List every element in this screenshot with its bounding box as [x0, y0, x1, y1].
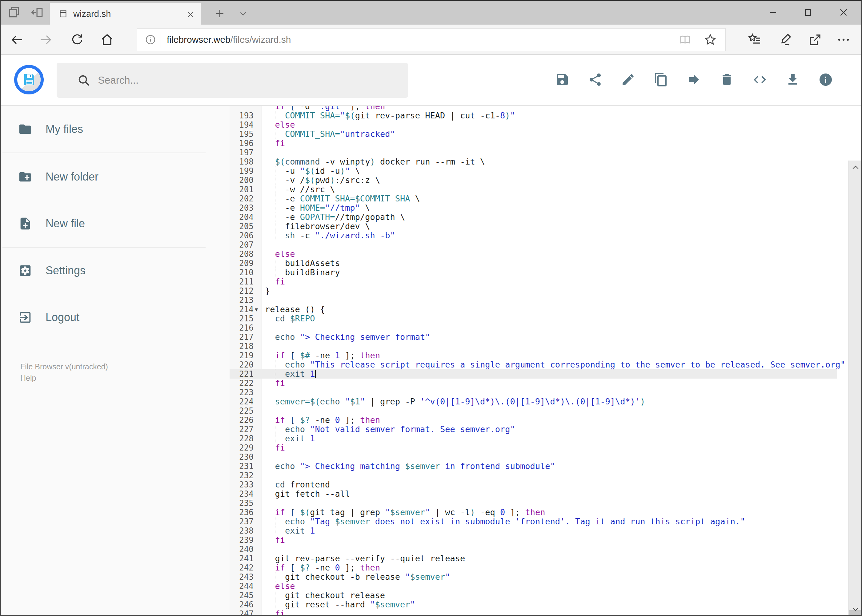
code-line[interactable]: git checkout -b release "$semver" [262, 572, 848, 581]
code-line[interactable]: fi [262, 609, 848, 616]
code-line[interactable] [262, 148, 848, 157]
sidebar-item-new-folder[interactable]: New folder [0, 162, 230, 192]
back-button[interactable] [8, 31, 25, 48]
forward-button[interactable] [37, 31, 55, 48]
code-line[interactable]: -v /$(pwd):/src:z \ [262, 176, 848, 185]
code-line[interactable]: echo "Tag $semver does not exist in subm… [262, 517, 848, 526]
code-line[interactable]: buildAssets [262, 259, 848, 268]
code-line[interactable] [262, 295, 848, 305]
code-line[interactable] [262, 240, 848, 250]
code-line[interactable]: echo "> Checking matching $semver in fro… [262, 462, 848, 471]
fold-marker-icon[interactable]: ▾ [255, 305, 258, 314]
settings-more-button[interactable] [835, 31, 852, 48]
code-line[interactable] [262, 453, 848, 462]
page-scrollbar[interactable] [848, 160, 862, 616]
code-line[interactable]: echo "This release script requires a sin… [262, 360, 848, 369]
url-input[interactable]: filebrowser.web/files/wizard.sh [167, 28, 291, 51]
tab-close-button[interactable] [184, 8, 197, 20]
address-bar[interactable]: filebrowser.web/files/wizard.sh [137, 28, 726, 51]
code-line[interactable]: if [ $# -ne 1 ]; then [262, 351, 848, 360]
code-line[interactable]: if [ $(git tag | grep "$semver" | wc -l)… [262, 508, 848, 517]
new-tab-button[interactable] [211, 5, 229, 22]
scroll-down-button[interactable] [851, 604, 860, 614]
code-line[interactable]: buildBinary [262, 268, 848, 277]
code-line[interactable]: COMMIT_SHA="$(git rev-parse HEAD | cut -… [262, 111, 848, 120]
code-line[interactable]: exit 1 [262, 369, 848, 379]
sidebar-item-settings[interactable]: Settings [0, 255, 230, 286]
reading-view-button[interactable] [678, 32, 693, 47]
sidebar-item-logout[interactable]: Logout [0, 302, 230, 333]
code-line[interactable]: exit 1 [262, 526, 848, 536]
copy-button[interactable] [654, 72, 668, 87]
sidebar-item-new-file[interactable]: New file [0, 208, 230, 239]
code-line[interactable]: fi [262, 379, 848, 388]
code-line[interactable]: -e COMMIT_SHA=$COMMIT_SHA \ [262, 194, 848, 203]
refresh-button[interactable] [69, 31, 86, 48]
code-line[interactable]: echo "> Checking semver format" [262, 332, 848, 342]
code-line[interactable]: } [262, 286, 848, 295]
search-bar[interactable]: Search... [57, 63, 408, 98]
tab-list-button[interactable] [235, 5, 252, 22]
code-line[interactable]: git fetch --all [262, 489, 848, 498]
help-link[interactable]: Help [20, 372, 108, 384]
code-line[interactable] [262, 471, 848, 480]
delete-button[interactable] [720, 72, 734, 87]
code-line[interactable]: -u "$(id -u)" \ [262, 167, 848, 176]
sidebar-item-my-files[interactable]: My files [0, 114, 230, 145]
home-button[interactable] [98, 31, 116, 48]
code-line[interactable]: git reset --hard "$semver" [262, 600, 848, 609]
download-button[interactable] [785, 72, 800, 87]
edit-button[interactable] [621, 72, 635, 87]
tab-preview-button[interactable] [6, 4, 23, 22]
code-line[interactable]: echo "Not valid semver format. See semve… [262, 425, 848, 434]
code-line[interactable]: cd $REPO [262, 314, 848, 323]
code-line[interactable]: semver=$(echo "$1" | grep -P '^v(0|[1-9]… [262, 397, 848, 406]
code-line[interactable]: fi [262, 139, 848, 148]
code-line[interactable] [262, 545, 848, 554]
code-line[interactable] [262, 498, 848, 508]
annotate-button[interactable] [777, 31, 794, 48]
code-line[interactable]: $(command -v winpty) docker run --rm -it… [262, 157, 848, 167]
code-line[interactable]: exit 1 [262, 434, 848, 443]
code-line[interactable] [262, 388, 848, 397]
save-button[interactable] [555, 72, 570, 87]
minimize-button[interactable] [759, 0, 787, 25]
code-line[interactable]: if [ -d ".git" ]; then [262, 106, 848, 111]
code-button[interactable] [752, 72, 767, 87]
site-info-button[interactable] [143, 32, 158, 47]
code-line[interactable]: else [262, 250, 848, 259]
code-line[interactable] [262, 406, 848, 415]
tab-wizard-sh[interactable]: wizard.sh [50, 3, 201, 25]
code-line[interactable]: if [ $? -ne 0 ]; then [262, 415, 848, 425]
code-line[interactable]: -e HOME="//tmp" \ [262, 203, 848, 212]
code-line[interactable] [262, 342, 848, 351]
set-tabs-aside-button[interactable] [29, 4, 46, 22]
code-line[interactable]: fi [262, 536, 848, 545]
code-editor[interactable]: 1931941951961971981992002012022032042052… [230, 106, 848, 616]
code-line[interactable]: sh -c "./wizard.sh -b" [262, 231, 848, 240]
code-line[interactable]: git rev-parse --verify --quiet release [262, 554, 848, 563]
hub-button[interactable] [746, 31, 763, 48]
code-line[interactable] [262, 323, 848, 332]
code-line[interactable]: else [262, 120, 848, 129]
code-line[interactable]: fi [262, 277, 848, 286]
code-line[interactable]: -w //src \ [262, 185, 848, 194]
code-line[interactable]: COMMIT_SHA="untracked" [262, 129, 848, 139]
scroll-up-button[interactable] [851, 163, 860, 172]
move-button[interactable] [687, 72, 701, 87]
code-line[interactable]: -e GOPATH=//tmp/gopath \ [262, 212, 848, 222]
code-line[interactable]: else [262, 581, 848, 591]
code-line[interactable]: release () { [262, 305, 848, 314]
close-window-button[interactable] [830, 0, 857, 25]
info-button[interactable] [818, 72, 833, 87]
share-button[interactable] [588, 72, 603, 87]
share-button[interactable] [806, 31, 824, 48]
add-favorite-button[interactable] [703, 32, 718, 47]
code-line[interactable]: if [ $? -ne 0 ]; then [262, 563, 848, 572]
filebrowser-logo[interactable] [14, 65, 44, 94]
code-line[interactable]: fi [262, 443, 848, 453]
code-line[interactable]: filebrowser/dev \ [262, 222, 848, 231]
code-line[interactable]: cd frontend [262, 480, 848, 489]
maximize-button[interactable] [794, 0, 822, 25]
code-line[interactable]: git checkout release [262, 591, 848, 600]
